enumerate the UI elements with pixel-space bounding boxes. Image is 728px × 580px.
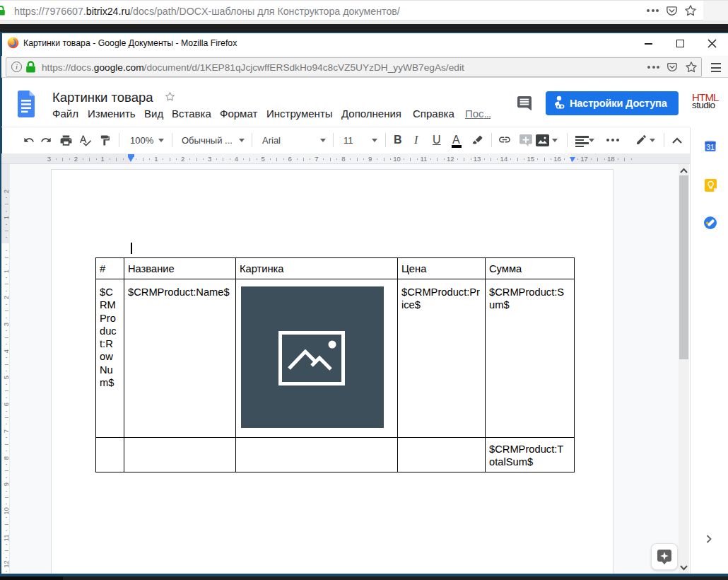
- svg-text:31: 31: [706, 143, 715, 151]
